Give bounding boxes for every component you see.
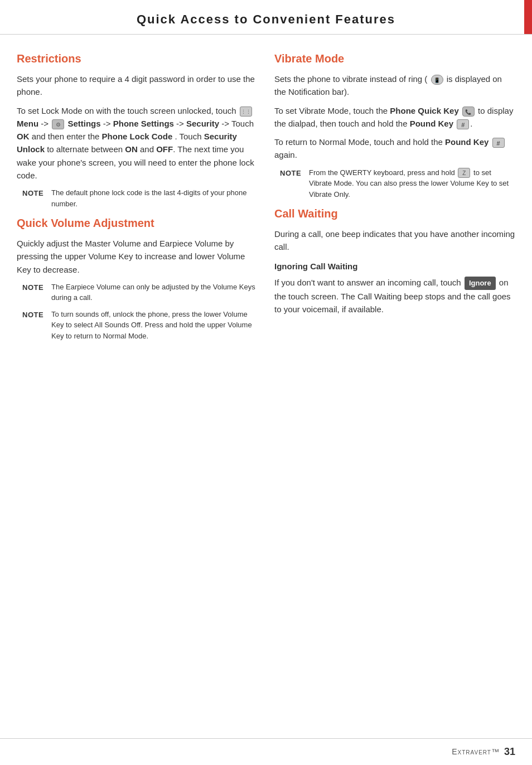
page-footer: Extravert™ 31: [0, 738, 532, 765]
menu-label: Menu: [17, 119, 38, 128]
phone-quick-key-label: Phone Quick Key: [390, 106, 458, 115]
pound-key-label-1: Pound Key: [410, 119, 453, 128]
on-label: ON: [125, 144, 138, 154]
call-waiting-title: Call Waiting: [274, 205, 515, 222]
settings-label: Settings: [67, 119, 100, 128]
quick-volume-para1: Quickly adjust the Master Volume and Ear…: [17, 237, 258, 276]
restrictions-para1: Sets your phone to require a 4 digit pas…: [17, 72, 258, 99]
page-title: Quick Access to Convenient Features: [0, 10, 532, 28]
ignore-button[interactable]: Ignore: [465, 277, 496, 290]
quick-volume-note1: NOTE The Earpiece Volume can only be adj…: [22, 282, 258, 303]
page-header: Quick Access to Convenient Features: [0, 0, 532, 35]
note-text-3: To turn sounds off, unlock the phone, pr…: [51, 309, 258, 342]
pound-key-icon-1: #: [457, 119, 469, 129]
settings-icon: ⚙: [52, 119, 64, 129]
off-label: OFF: [156, 144, 173, 154]
note-label-2: NOTE: [22, 282, 46, 293]
vibrate-mode-para2: To set Vibrate Mode, touch the Phone Qui…: [274, 104, 515, 130]
vibrate-mode-para3: To return to Normal Mode, touch and hold…: [274, 135, 515, 162]
phone-settings-label: Phone Settings: [113, 119, 174, 128]
menu-icon: ⋮⋮: [240, 106, 252, 117]
phone-quick-key-icon: 📞: [462, 106, 475, 117]
vibrate-mode-title: Vibrate Mode: [274, 50, 515, 67]
z-key-icon: Z: [458, 168, 470, 178]
content-area: Restrictions Sets your phone to require …: [0, 35, 532, 358]
ignoring-call-waiting-para: If you don't want to answer an incoming …: [274, 276, 515, 316]
phone-lock-code-label: Phone Lock Code: [102, 132, 173, 141]
footer-page-number: 31: [504, 744, 515, 759]
note-label-1: NOTE: [22, 187, 46, 199]
left-column: Restrictions Sets your phone to require …: [17, 46, 258, 347]
note-text-4: From the QWERTY keyboard, press and hold…: [309, 167, 515, 200]
quick-volume-note2: NOTE To turn sounds off, unlock the phon…: [22, 309, 258, 342]
note-label-4: NOTE: [280, 167, 303, 179]
restrictions-para2: To set Lock Mode on with the touch scree…: [17, 104, 258, 182]
right-column: Vibrate Mode Sets the phone to vibrate i…: [274, 46, 515, 347]
note-text-2: The Earpiece Volume can only be adjusted…: [51, 282, 258, 303]
header-accent-bar: [524, 0, 532, 34]
security-label: Security: [186, 119, 219, 128]
footer-brand: Extravert™: [452, 746, 500, 758]
pound-key-icon-2: #: [492, 138, 505, 148]
ok-label: OK: [17, 132, 30, 141]
restrictions-title: Restrictions: [17, 50, 258, 67]
call-waiting-para1: During a call, one beep indicates that y…: [274, 227, 515, 254]
vibrate-mode-para1: Sets the phone to vibrate instead of rin…: [274, 72, 515, 99]
quick-volume-title: Quick Volume Adjustment: [17, 215, 258, 231]
ignoring-call-waiting-heading: Ignoring Call Waiting: [274, 260, 515, 273]
pound-key-label-2: Pound Key: [445, 137, 489, 147]
vibrate-notification-icon: 📳: [431, 75, 443, 85]
restrictions-note1: NOTE The default phone lock code is the …: [22, 187, 258, 209]
note-text-1: The default phone lock code is the last …: [51, 187, 258, 209]
note-label-3: NOTE: [22, 309, 46, 321]
vibrate-note1: NOTE From the QWERTY keyboard, press and…: [280, 167, 515, 200]
